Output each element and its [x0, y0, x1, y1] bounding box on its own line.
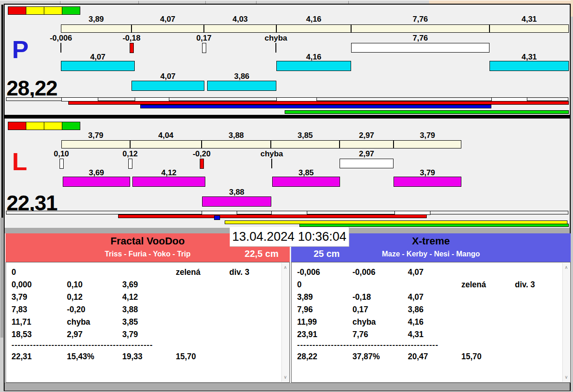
status-swatch: [26, 122, 44, 130]
table-row: 11,71chyba3,85: [6, 316, 289, 328]
length-label-right: 25 cm: [301, 249, 352, 259]
table-cell: chyba: [352, 316, 408, 328]
background-window-corner: [571, 0, 573, 17]
table-cell: 7,83: [12, 303, 67, 316]
scrollbar-right-table[interactable]: ∧ ∨: [562, 263, 570, 382]
run-panel-p: 3,894,074,034,167,764,31-0,006-0,180,17c…: [5, 5, 570, 114]
sector-bar: [207, 81, 276, 91]
table-separator-right: ----------------------------------------…: [292, 341, 570, 350]
mini-ruler: [6, 211, 568, 214]
table-cell: 7,76: [352, 328, 408, 341]
status-swatch: [8, 122, 26, 130]
table-cell: 4,16: [408, 316, 461, 328]
mini-progress-bar: [140, 105, 491, 108]
table-cell: chyba: [67, 316, 122, 328]
table-row: 7,960,173,86: [292, 303, 570, 316]
sector-bar-label: 4,31: [489, 53, 569, 62]
table-cell: [176, 328, 229, 341]
split-segment: [130, 140, 202, 148]
table-cell: div. 3: [229, 266, 289, 279]
sector-bar: [61, 61, 135, 71]
table-total-cell: 22,31: [12, 350, 67, 363]
deviation-tick-white: [202, 43, 206, 53]
chevron-down-icon[interactable]: ∨: [282, 374, 289, 381]
deviation-tick-white: [128, 159, 132, 169]
result-panel-left: Fractal VooDoo Triss - Furia - Yoko - Tr…: [6, 233, 290, 383]
table-cell: [352, 279, 408, 291]
deviation-label: 7,76: [395, 34, 446, 43]
sector-bar-label: 3,79: [394, 168, 461, 178]
status-swatch: [62, 122, 80, 130]
table-cell: 0,10: [67, 279, 122, 291]
table-total-cell: 15,70: [176, 350, 229, 363]
split-segment: [204, 24, 276, 33]
chevron-down-icon[interactable]: ∨: [563, 374, 570, 381]
result-panel-right: X-treme Maze - Kerby - Nesi - Mango 25 c…: [291, 233, 571, 383]
sector-bar: [272, 177, 340, 187]
split-segment-label: 3,79: [394, 131, 461, 140]
run-panel-l: 3,794,043,883,852,973,790,100,12-0,20chy…: [5, 119, 570, 228]
deviation-label: -0,20: [176, 149, 227, 159]
sector-bar-label: 4,07: [61, 53, 135, 62]
deviation-bar: [351, 43, 489, 53]
table-cell: -0,20: [67, 303, 122, 316]
table-cell: [122, 266, 176, 279]
split-segment-label: 2,97: [340, 131, 394, 140]
left-edge-scroll-thumb: [0, 218, 3, 338]
sector-bar-label: 3,86: [207, 72, 276, 81]
table-cell: 4,31: [408, 328, 461, 341]
table-cell: -0,18: [352, 291, 408, 303]
table-cell: 3,79: [12, 291, 67, 303]
status-swatch: [62, 6, 80, 15]
split-segment: [351, 24, 489, 33]
sector-bar-label: 3,88: [202, 188, 271, 197]
deviation-label: -0,18: [106, 34, 157, 43]
table-cell: [461, 291, 515, 303]
split-segment-label: 4,04: [130, 131, 202, 140]
table-cell: -0,006: [297, 266, 352, 279]
table-row: 0zelenádiv. 3: [292, 279, 570, 291]
timing-app-window: 3,894,074,034,167,764,31-0,006-0,180,17c…: [4, 4, 571, 391]
result-table-right: -0,006-0,0064,070zelenádiv. 33,89-0,184,…: [291, 262, 571, 383]
sector-bar: [276, 61, 351, 71]
sector-bar-label: 3,69: [63, 168, 130, 178]
deviation-label: 2,97: [341, 149, 392, 159]
split-segment-label: 4,07: [131, 15, 204, 24]
deviation-label: 0,10: [36, 149, 87, 159]
table-row: 3,790,124,12: [6, 291, 289, 303]
table-cell: [515, 266, 570, 279]
sector-bar: [131, 81, 204, 91]
table-row: 23,917,764,31: [292, 328, 570, 341]
deviation-tick: [275, 43, 276, 53]
table-cell: [461, 303, 515, 316]
table-cell: 3,88: [122, 303, 176, 316]
deviation-tick-white: [60, 159, 64, 169]
table-cell: 4,07: [408, 266, 461, 279]
table-cell: [176, 303, 229, 316]
table-cell: 3,69: [122, 279, 176, 291]
table-cell: zelená: [176, 266, 229, 279]
split-segment-label: 3,85: [271, 131, 340, 140]
status-swatch: [44, 6, 62, 15]
table-cell: [176, 291, 229, 303]
split-segment: [489, 24, 569, 33]
chevron-up-icon[interactable]: ∧: [282, 264, 289, 271]
split-segment: [276, 24, 351, 33]
split-segment: [202, 140, 271, 148]
table-cell: 3,89: [297, 291, 352, 303]
chevron-up-icon[interactable]: ∧: [563, 264, 570, 271]
split-segment-label: 4,03: [204, 15, 276, 24]
mini-progress-bar: [299, 224, 569, 227]
table-row: 0zelenádiv. 3: [6, 266, 289, 279]
split-segment-label: 4,16: [276, 15, 351, 24]
sector-bar: [63, 177, 130, 187]
table-cell: zelená: [461, 279, 515, 291]
deviation-label: chyba: [246, 149, 297, 159]
split-segment: [61, 24, 131, 33]
scrollbar-left-table[interactable]: ∧ ∨: [281, 263, 289, 382]
table-row: 7,83-0,203,88: [6, 303, 289, 316]
table-cell: 3,85: [122, 316, 176, 328]
sector-bar-label: 4,07: [131, 72, 204, 81]
table-cell: 0,12: [67, 291, 122, 303]
table-row: 11,99chyba4,16: [292, 316, 570, 328]
